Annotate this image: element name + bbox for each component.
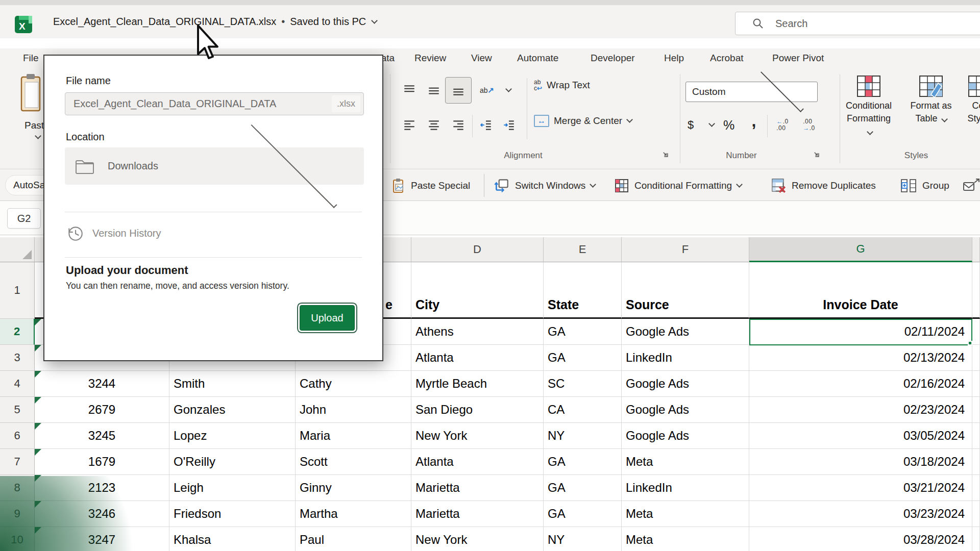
cell-G1[interactable]: Invoice Date [749,262,972,319]
cell-G5[interactable]: 02/23/2024 [749,397,972,423]
cell-B6[interactable]: Lopez [169,423,296,449]
wrap-text-button[interactable]: ab c↩ Wrap Text [534,74,590,96]
align-top-button[interactable] [399,79,420,102]
cell-A4[interactable]: 3244 [35,371,169,397]
row-header-4[interactable]: 4 [0,371,35,397]
cell-F3[interactable]: LinkedIn [622,345,749,371]
cell-C9[interactable]: Martha [296,501,411,527]
align-left-button[interactable] [399,114,420,136]
format-as-table-button[interactable]: Format as Table [904,75,958,125]
location-dropdown[interactable]: Downloads [65,147,364,185]
cell-E9[interactable]: GA [544,501,622,527]
cell-E1[interactable]: State [544,262,622,319]
cell-G7[interactable]: 03/18/2024 [749,449,972,475]
tab-developer[interactable]: Developer [591,48,635,69]
cell-B9[interactable]: Friedson [169,501,296,527]
tab-view[interactable]: View [471,48,492,69]
cell-D6[interactable]: New York [411,423,544,449]
cell-D1[interactable]: City [411,262,544,319]
cell-A7[interactable]: 1679 [35,449,169,475]
row-header-9[interactable]: 9 [0,501,35,527]
align-right-button[interactable] [448,114,469,136]
tab-power-pivot[interactable]: Power Pivot [772,48,824,69]
search-box[interactable]: Search [735,12,980,35]
workbook-title-dropdown[interactable]: Excel_Agent_Clean_Data_ORIGINAL_DATA.xls… [53,5,377,38]
share-button[interactable] [962,170,980,201]
align-middle-button[interactable] [424,79,444,102]
cell-H10[interactable] [972,527,980,551]
cell-B4[interactable]: Smith [169,371,296,397]
cell-A6[interactable]: 3245 [35,423,169,449]
align-center-button[interactable] [424,114,444,136]
cell-C4[interactable]: Cathy [296,371,411,397]
column-header-F[interactable]: F [622,237,749,262]
cell-E10[interactable]: NY [544,527,622,551]
column-header-E[interactable]: E [544,237,622,262]
column-header-partial[interactable] [972,237,980,262]
row-header-3[interactable]: 3 [0,345,35,371]
percent-button[interactable]: % [719,114,739,136]
cell-F6[interactable]: Google Ads [622,423,749,449]
select-all-corner[interactable] [0,237,35,262]
comma-button[interactable]: , [746,110,762,132]
alignment-dialog-launcher-icon[interactable] [662,151,669,158]
currency-button[interactable]: $ [683,114,698,136]
cell-E6[interactable]: NY [544,423,622,449]
cell-C6[interactable]: Maria [296,423,411,449]
cell-H2[interactable] [972,319,980,345]
cell-G9[interactable]: 03/23/2024 [749,501,972,527]
cell-D8[interactable]: Marietta [411,475,544,501]
switch-windows-button[interactable]: Switch Windows [493,170,595,201]
cell-B7[interactable]: O'Reilly [169,449,296,475]
decrease-decimal-button[interactable]: .00→.0 [797,114,821,136]
row-header-7[interactable]: 7 [0,449,35,475]
row-header-1[interactable]: 1 [0,262,35,319]
paste-special-button[interactable]: Paste Special [390,170,470,201]
cell-D9[interactable]: Marietta [411,501,544,527]
cell-F5[interactable]: Google Ads [622,397,749,423]
row-header-2[interactable]: 2 [0,319,35,345]
cell-H4[interactable] [972,371,980,397]
increase-indent-button[interactable] [499,114,519,136]
cell-D10[interactable]: New York [411,527,544,551]
cell-H6[interactable] [972,423,980,449]
cell-G6[interactable]: 03/05/2024 [749,423,972,449]
align-bottom-button-selected[interactable] [445,77,472,104]
cell-B10[interactable]: Khalsa [169,527,296,551]
remove-duplicates-button[interactable]: Remove Duplicates [770,170,876,201]
cell-D2[interactable]: Athens [411,319,544,345]
tab-file[interactable]: File [23,48,39,69]
number-format-dropdown[interactable]: Custom [685,82,818,102]
cell-C8[interactable]: Ginny [296,475,411,501]
cell-D5[interactable]: San Diego [411,397,544,423]
cell-A5[interactable]: 2679 [35,397,169,423]
cell-D4[interactable]: Myrtle Beach [411,371,544,397]
cell-H8[interactable] [972,475,980,501]
cell-H5[interactable] [972,397,980,423]
tab-automate[interactable]: Automate [517,48,558,69]
tab-help[interactable]: Help [664,48,684,69]
upload-button[interactable]: Upload [300,305,355,331]
cell-A8[interactable]: 2123 [35,475,169,501]
group-button[interactable]: Group [899,170,949,201]
cell-H3[interactable] [972,345,980,371]
cell-F9[interactable]: Meta [622,501,749,527]
chevron-down-icon[interactable] [708,120,715,127]
cell-E5[interactable]: CA [544,397,622,423]
cell-B8[interactable]: Leigh [169,475,296,501]
chevron-down-icon[interactable] [505,86,512,92]
cell-A10[interactable]: 3247 [35,527,169,551]
version-history-button[interactable]: Version History [66,220,161,246]
increase-decimal-button[interactable]: ←.0.00 [771,114,794,136]
row-header-6[interactable]: 6 [0,423,35,449]
cell-E2[interactable]: GA [544,319,622,345]
row-header-8[interactable]: 8 [0,475,35,501]
cell-C5[interactable]: John [296,397,411,423]
cell-G3[interactable]: 02/13/2024 [749,345,972,371]
row-header-10[interactable]: 10 [0,527,35,551]
decrease-indent-button[interactable] [476,114,496,136]
orientation-button[interactable]: ab↗ [477,79,497,102]
cell-G8[interactable]: 03/21/2024 [749,475,972,501]
column-header-G[interactable]: G [749,237,972,262]
cell-E3[interactable]: GA [544,345,622,371]
